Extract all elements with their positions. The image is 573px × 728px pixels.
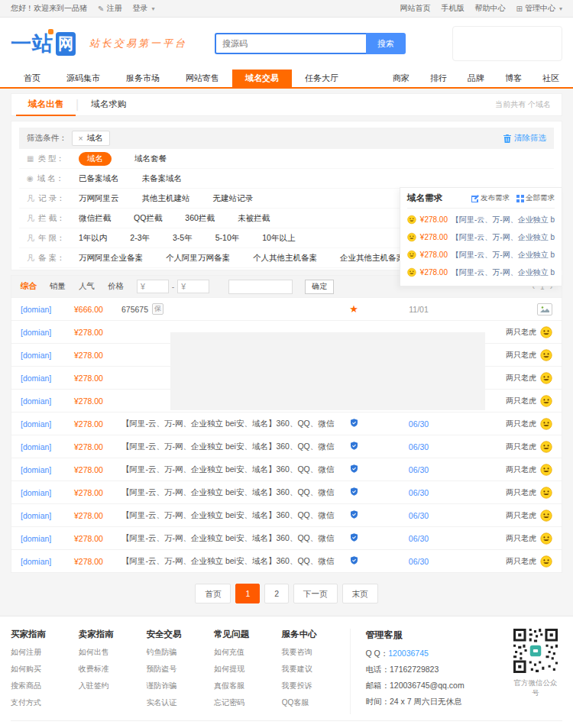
nav-item-blog[interactable]: 博客 <box>505 73 522 84</box>
table-row[interactable]: [domian] ¥278.00 【阿里-云、万-网、企业独立 bei安、域名】… <box>11 435 562 458</box>
footer-link[interactable]: 谨防诈骗 <box>146 681 214 691</box>
domain-link[interactable]: [domian] <box>21 419 74 429</box>
footer-link[interactable]: 我要咨询 <box>282 647 350 658</box>
page-last-button[interactable]: 末页 <box>342 584 378 603</box>
footer-link[interactable]: 如何购买 <box>11 664 79 675</box>
filter-option[interactable]: 已备案域名 <box>79 173 119 184</box>
price-min-input[interactable] <box>147 282 165 292</box>
search-input[interactable] <box>215 33 366 54</box>
all-demand-link[interactable]: 全部需求 <box>516 193 555 203</box>
filter-option[interactable]: 未被拦截 <box>238 213 270 224</box>
domain-link[interactable]: [domian] <box>21 465 74 474</box>
keyword-input[interactable] <box>228 280 293 294</box>
footer-link[interactable]: 如何提现 <box>214 664 282 675</box>
filter-option[interactable]: 3-5年 <box>173 233 193 244</box>
domain-link[interactable]: [domian] <box>21 534 74 543</box>
footer-link[interactable]: 预防盗号 <box>146 664 214 675</box>
filter-option[interactable]: 个人其他主机备案 <box>253 253 317 264</box>
nav-item-brand[interactable]: 品牌 <box>468 73 484 84</box>
page-next-button[interactable]: 下一页 <box>293 584 338 603</box>
filter-option[interactable]: QQ拦截 <box>134 213 162 224</box>
price-max-input[interactable] <box>187 282 206 292</box>
footer-link[interactable]: 忘记密码 <box>214 697 282 708</box>
page-first-button[interactable]: 首页 <box>195 584 231 603</box>
filter-option[interactable]: 2-3年 <box>130 233 150 244</box>
clear-filters-button[interactable]: 清除筛选 <box>503 133 546 144</box>
register-link[interactable]: ✎注册 <box>98 3 121 14</box>
search-button[interactable]: 搜索 <box>366 33 406 54</box>
topbar-link-mobile[interactable]: 手机版 <box>442 3 465 14</box>
footer-link[interactable]: 如何充值 <box>214 647 282 658</box>
filter-option[interactable]: 万网阿里企业备案 <box>79 253 143 264</box>
nav-item-site-consign[interactable]: 网站寄售 <box>173 70 232 87</box>
domain-link[interactable]: [domian] <box>21 488 74 497</box>
demand-item[interactable]: ¥278.00【阿里-云、万-网、企业独立 b <box>407 246 555 264</box>
filter-option[interactable]: 微信拦截 <box>79 213 111 224</box>
nav-item-home[interactable]: 首页 <box>11 70 53 87</box>
nav-item-task-hall[interactable]: 任务大厅 <box>292 70 351 87</box>
domain-link[interactable]: [domian] <box>21 328 74 337</box>
domain-link[interactable]: [domian] <box>21 374 74 383</box>
topbar-link-help[interactable]: 帮助中心 <box>475 3 506 14</box>
nav-item-source-market[interactable]: 源码集市 <box>53 70 113 87</box>
filter-option[interactable]: 域名套餐 <box>134 154 167 164</box>
site-logo[interactable]: 一站 网 <box>11 30 76 57</box>
domain-link[interactable]: [domian] <box>21 305 74 314</box>
footer-link[interactable]: 入驻签约 <box>79 681 147 691</box>
filter-option[interactable]: 无建站记录 <box>213 193 254 204</box>
filter-chip-domain[interactable]: × 域名 <box>72 131 110 146</box>
login-link[interactable]: 登录 <box>132 3 154 14</box>
sort-popularity[interactable]: 人气 <box>79 281 95 292</box>
topbar-link-home[interactable]: 网站首页 <box>400 3 431 14</box>
footer-link[interactable]: 我要投诉 <box>282 681 350 691</box>
table-row[interactable]: [domian] ¥278.00 【阿里-云、万-网、企业独立 bei安、域名】… <box>11 412 562 435</box>
footer-link[interactable]: 真假客服 <box>214 681 282 691</box>
footer-link[interactable]: 如何注册 <box>11 647 79 658</box>
footer-link[interactable]: 支付方式 <box>11 697 79 708</box>
nav-item-rank[interactable]: 排行 <box>430 73 447 84</box>
domain-link[interactable]: [domian] <box>21 442 74 451</box>
footer-link[interactable]: 收费标准 <box>79 664 147 675</box>
filter-option[interactable]: 其他主机建站 <box>142 193 190 204</box>
favorite-star-icon[interactable]: ★ <box>338 303 369 315</box>
filter-option[interactable]: 企业其他主机备案 <box>340 253 404 264</box>
close-icon[interactable]: × <box>79 134 83 143</box>
sort-price[interactable]: 价格 <box>108 281 124 292</box>
filter-option[interactable]: 域名 <box>79 152 112 166</box>
topbar-link-manage[interactable]: ⊞管理中心 <box>516 3 562 14</box>
publish-demand-link[interactable]: 发布需求 <box>471 193 510 203</box>
table-row[interactable]: [domian] ¥278.00 【阿里-云、万-网、企业独立 bei安、域名】… <box>11 480 562 503</box>
footer-link[interactable]: 如何出售 <box>79 647 147 658</box>
demand-item[interactable]: ¥278.00【阿里-云、万-网、企业独立 b <box>407 264 555 281</box>
nav-item-community[interactable]: 社区 <box>542 73 559 84</box>
footer-link[interactable]: 钓鱼防骗 <box>146 647 214 658</box>
confirm-button[interactable]: 确定 <box>305 280 334 294</box>
sort-sales[interactable]: 销量 <box>50 281 66 292</box>
table-row[interactable]: [domian] ¥278.00 【阿里-云、万-网、企业独立 bei安、域名】… <box>11 458 562 480</box>
tab-domain-buy[interactable]: 域名求购 <box>79 93 138 116</box>
filter-option[interactable]: 个人阿里万网备案 <box>166 253 230 264</box>
demand-item[interactable]: ¥278.00【阿里-云、万-网、企业独立 b <box>407 211 555 228</box>
page-2-button[interactable]: 2 <box>264 584 289 603</box>
domain-link[interactable]: [domian] <box>21 511 74 520</box>
footer-link[interactable]: 搜索商品 <box>11 681 79 691</box>
qq-number-link[interactable]: 120036745 <box>388 649 429 658</box>
domain-link[interactable]: [domian] <box>21 557 74 566</box>
nav-item-domain-trade[interactable]: 域名交易 <box>232 70 292 87</box>
table-row[interactable]: [domian] ¥278.00 【阿里-云、万-网、企业独立 bei安、域名】… <box>11 549 562 572</box>
nav-item-merchants[interactable]: 商家 <box>393 73 410 84</box>
table-row[interactable]: [domian] ¥666.00 675675保 ★ 11/01 <box>11 297 562 320</box>
tab-domain-sell[interactable]: 域名出售 <box>16 93 76 116</box>
filter-option[interactable]: 万网阿里云 <box>79 193 119 204</box>
page-1-button[interactable]: 1 <box>235 584 260 603</box>
footer-link[interactable]: QQ客服 <box>282 697 350 708</box>
table-row[interactable]: [domian] ¥278.00 【阿里-云、万-网、企业独立 bei安、域名】… <box>11 526 562 549</box>
nav-item-service-market[interactable]: 服务市场 <box>113 70 173 87</box>
sort-comprehensive[interactable]: 综合 <box>21 281 37 292</box>
filter-option[interactable]: 10年以上 <box>262 233 295 244</box>
filter-option[interactable]: 1年以内 <box>79 233 107 244</box>
filter-option[interactable]: 5-10年 <box>215 233 240 244</box>
domain-link[interactable]: [domian] <box>21 396 74 406</box>
demand-item[interactable]: ¥278.00【阿里-云、万-网、企业独立 b <box>407 228 555 246</box>
filter-option[interactable]: 360拦截 <box>185 213 215 224</box>
